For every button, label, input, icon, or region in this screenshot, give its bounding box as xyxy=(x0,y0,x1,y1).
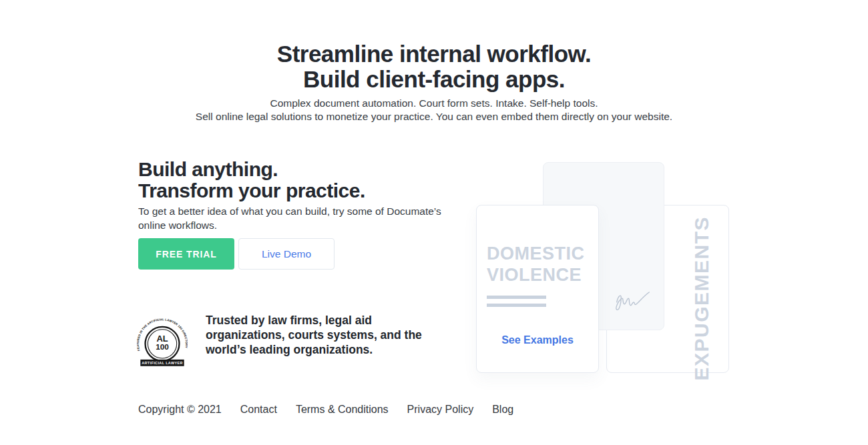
expungements-vertical-label: EXPUGEMENTS xyxy=(692,216,712,381)
build-heading: Build anything. Transform your practice. xyxy=(138,159,365,201)
page-title-line2: Build client-facing apps. xyxy=(0,67,868,92)
hero-section: Streamline internal workflow. Build clie… xyxy=(0,41,868,123)
page-title-line1: Streamline internal workflow. xyxy=(0,41,868,67)
copyright-text: Copyright © 2021 xyxy=(138,404,222,416)
build-body-line2: online workflows. xyxy=(138,218,441,232)
build-body-text: To get a better idea of what you can bui… xyxy=(138,204,441,232)
signature-scribble-icon xyxy=(614,285,652,318)
footer-link-contact[interactable]: Contact xyxy=(240,404,277,416)
hero-subtitle: Complex document automation. Court form … xyxy=(0,97,868,123)
trusted-by-text: Trusted by law firms, legal aid organiza… xyxy=(206,313,439,357)
cta-button-row: FREE TRIAL Live Demo xyxy=(138,238,335,270)
free-trial-button[interactable]: FREE TRIAL xyxy=(138,238,234,270)
footer-link-privacy[interactable]: Privacy Policy xyxy=(407,404,474,416)
expungements-vertical-label-wrap: EXPUGEMENTS xyxy=(692,220,712,376)
badge-center-bottom: 100 xyxy=(156,342,169,351)
domestic-violence-title-line1: DOMESTIC xyxy=(487,243,585,264)
build-heading-line2: Transform your practice. xyxy=(138,180,365,201)
live-demo-button[interactable]: Live Demo xyxy=(238,238,335,270)
domestic-violence-title: DOMESTIC VIOLENCE xyxy=(487,243,585,286)
footer-link-blog[interactable]: Blog xyxy=(492,404,513,416)
footer-link-terms[interactable]: Terms & Conditions xyxy=(296,404,389,416)
see-examples-link[interactable]: See Examples xyxy=(477,334,598,346)
domestic-violence-title-line2: VIOLENCE xyxy=(487,264,585,286)
hero-subtitle-line2: Sell online legal solutions to monetize … xyxy=(0,110,868,123)
placeholder-bar xyxy=(487,304,546,307)
hero-subtitle-line1: Complex document automation. Court form … xyxy=(0,97,868,110)
build-heading-line1: Build anything. xyxy=(138,159,365,180)
placeholder-bar xyxy=(487,296,546,299)
trust-row: FEATURED IN THE ARTIFICIAL LAWYER 100 DI… xyxy=(137,312,439,368)
badge-banner-text: ARTIFICIAL LAWYER xyxy=(142,361,183,365)
footer: Copyright © 2021 Contact Terms & Conditi… xyxy=(138,404,513,416)
workflow-card-domestic-violence[interactable]: DOMESTIC VIOLENCE See Examples xyxy=(476,205,599,373)
page-title: Streamline internal workflow. Build clie… xyxy=(0,41,868,92)
badge-center-top: AL xyxy=(156,334,168,344)
build-body-line1: To get a better idea of what you can bui… xyxy=(138,204,441,218)
artificial-lawyer-al100-badge-icon: FEATURED IN THE ARTIFICIAL LAWYER 100 DI… xyxy=(137,312,188,368)
